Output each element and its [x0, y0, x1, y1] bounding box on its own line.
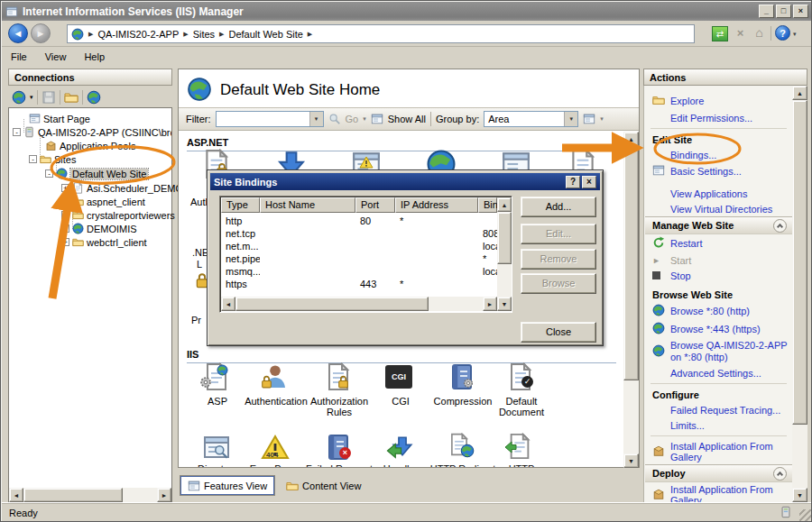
- connect-server-icon[interactable]: [12, 90, 26, 105]
- delete-connection-icon[interactable]: [87, 90, 101, 105]
- directory-browsing-feature-icon[interactable]: [202, 433, 233, 463]
- menu-view[interactable]: View: [36, 49, 76, 65]
- binding-cell-type[interactable]: net.m...: [221, 241, 260, 253]
- asp-feature-icon[interactable]: [202, 362, 233, 393]
- action-advanced-settings[interactable]: Advanced Settings...: [645, 365, 792, 380]
- binding-cell-bind[interactable]: loca: [478, 266, 497, 279]
- tree-hscrollbar[interactable]: ◄ ►: [9, 488, 171, 502]
- crumb-arrow-icon[interactable]: ▶: [183, 31, 188, 38]
- action-basic-settings[interactable]: Basic Settings...: [645, 162, 792, 180]
- connect-dropdown-icon[interactable]: ▾: [30, 94, 33, 101]
- dialog-close-button[interactable]: ×: [582, 176, 596, 188]
- tree-item-start-page[interactable]: Start Page: [29, 112, 188, 125]
- scroll-thumb[interactable]: [623, 146, 639, 380]
- dialog-help-button[interactable]: ?: [566, 176, 580, 188]
- binding-cell-ip[interactable]: [395, 241, 478, 253]
- scroll-down-icon[interactable]: ▼: [497, 297, 512, 311]
- binding-cell-port[interactable]: 443: [355, 279, 395, 291]
- tree-item-server[interactable]: - QA-IMIS20-2-APP (CSIINC\brook: [13, 125, 171, 139]
- action-view-virtual-directories[interactable]: View Virtual Directories: [645, 201, 792, 216]
- go-label[interactable]: Go: [346, 114, 359, 124]
- scroll-up-icon[interactable]: ▲: [497, 197, 512, 212]
- binding-cell-ip[interactable]: *: [395, 215, 478, 228]
- close-button[interactable]: ×: [793, 5, 808, 18]
- edit-button[interactable]: Edit...: [521, 224, 596, 244]
- crumb-arrow-icon[interactable]: ▶: [308, 31, 312, 38]
- binding-cell-port[interactable]: [355, 266, 395, 279]
- forward-button[interactable]: ►: [31, 23, 51, 43]
- browse-button[interactable]: Browse: [521, 273, 596, 294]
- action-view-applications[interactable]: View Applications: [645, 186, 792, 201]
- filter-input[interactable]: ▾: [216, 111, 324, 127]
- action-install-from-gallery[interactable]: Install Application From Gallery: [645, 439, 792, 464]
- binding-cell-port[interactable]: [355, 253, 395, 266]
- action-edit-permissions[interactable]: Edit Permissions...: [645, 110, 792, 125]
- action-browse-server[interactable]: Browse QA-IMIS20-2-APP on *:80 (http): [645, 338, 792, 365]
- breadcrumb-default-web-site[interactable]: Default Web Site: [229, 29, 303, 40]
- tree-expander[interactable]: +: [61, 211, 69, 219]
- binding-cell-type[interactable]: net.pipe: [221, 253, 260, 266]
- error-pages-feature-icon[interactable]: 404: [261, 433, 291, 463]
- http-response-headers-feature-icon[interactable]: [506, 433, 537, 463]
- help-button[interactable]: ?: [775, 25, 790, 41]
- close-dialog-button[interactable]: Close: [521, 322, 596, 343]
- binding-cell-ip[interactable]: [395, 228, 478, 241]
- maximize-button[interactable]: □: [776, 5, 791, 18]
- column-header-ip-address[interactable]: IP Address: [395, 197, 478, 213]
- group-by-dropdown-icon[interactable]: ▾: [564, 112, 577, 126]
- binding-cell-ip[interactable]: [395, 266, 478, 279]
- scroll-up-icon[interactable]: ▲: [792, 86, 807, 100]
- action-limits[interactable]: Limits...: [645, 417, 792, 433]
- go-dropdown-icon[interactable]: ▾: [363, 115, 366, 123]
- action-failed-request-tracing[interactable]: Failed Request Tracing...: [645, 402, 792, 417]
- failed-request-tracing-feature-icon[interactable]: ×: [324, 433, 355, 463]
- http-redirect-feature-icon[interactable]: [448, 433, 478, 463]
- tree-expander[interactable]: +: [61, 197, 69, 206]
- action-browse-http[interactable]: Browse *:80 (http): [645, 302, 792, 320]
- scroll-thumb[interactable]: [497, 212, 512, 264]
- list-vscrollbar[interactable]: ▲ ▼: [497, 197, 512, 311]
- menu-file[interactable]: File: [2, 49, 36, 65]
- scroll-down-icon[interactable]: ▼: [792, 488, 807, 502]
- column-header-binding[interactable]: Bind: [478, 197, 497, 213]
- tab-features-view[interactable]: Features View: [180, 476, 274, 495]
- authorization-rules-feature-icon[interactable]: [324, 362, 355, 393]
- binding-cell-port[interactable]: [355, 241, 395, 253]
- show-all-label[interactable]: Show All: [388, 114, 426, 124]
- binding-cell-type[interactable]: net.tcp: [221, 228, 260, 241]
- dialog-titlebar[interactable]: Site Bindings ? ×: [210, 173, 600, 190]
- filter-dropdown-icon[interactable]: ▾: [309, 112, 323, 126]
- show-all-icon[interactable]: [371, 113, 383, 125]
- menu-help[interactable]: Help: [75, 49, 114, 65]
- column-header-type[interactable]: Type: [221, 197, 260, 213]
- binding-cell-ip[interactable]: *: [395, 279, 478, 291]
- add-button[interactable]: Add...: [521, 197, 596, 217]
- go-binoculars-icon[interactable]: [328, 113, 341, 125]
- tree-item-sites[interactable]: - Sites: [29, 152, 188, 166]
- binding-cell-type[interactable]: msmq...: [221, 266, 260, 279]
- home-button[interactable]: ⌂: [752, 25, 767, 41]
- minimize-button[interactable]: _: [759, 5, 774, 18]
- actions-group-deploy[interactable]: Deploy: [645, 464, 792, 482]
- binding-cell-port[interactable]: [355, 228, 395, 241]
- group-by-select[interactable]: Area ▾: [484, 111, 578, 127]
- action-restart[interactable]: Restart: [645, 234, 792, 252]
- refresh-button[interactable]: ⇄: [712, 26, 728, 41]
- scroll-down-icon[interactable]: ▼: [623, 453, 639, 468]
- action-stop[interactable]: Stop: [645, 268, 792, 283]
- action-start[interactable]: ► Start: [645, 252, 792, 268]
- up-folder-icon[interactable]: [64, 90, 78, 105]
- binding-cell-ip[interactable]: [395, 253, 478, 266]
- handler-mappings-feature-icon[interactable]: [385, 433, 416, 463]
- content-vscrollbar[interactable]: ▲ ▼: [623, 132, 639, 468]
- binding-cell-type[interactable]: https: [221, 279, 260, 291]
- action-browse-https[interactable]: Browse *:443 (https): [645, 320, 792, 338]
- tree-expander[interactable]: -: [45, 169, 53, 178]
- resize-grip[interactable]: [799, 509, 811, 521]
- breadcrumb-server[interactable]: QA-IMIS20-2-APP: [97, 29, 179, 40]
- tree-expander[interactable]: -: [29, 155, 37, 163]
- view-mode-icon[interactable]: [583, 113, 595, 125]
- list-hscrollbar[interactable]: ◄ ►: [221, 297, 497, 311]
- actions-group-manage-web-site[interactable]: Manage Web Site: [645, 216, 792, 234]
- column-header-port[interactable]: Port: [355, 197, 395, 213]
